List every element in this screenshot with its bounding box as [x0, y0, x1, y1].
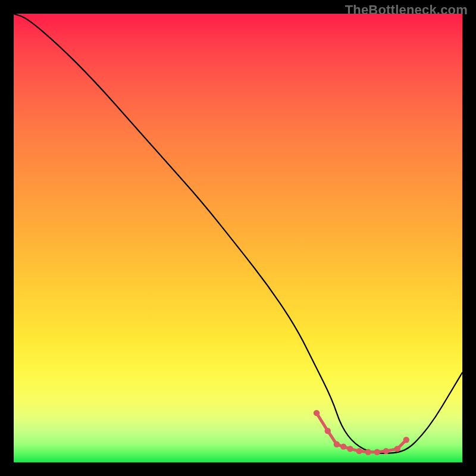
chart-plot-area: [14, 14, 462, 462]
svg-point-9: [394, 446, 400, 452]
svg-point-2: [334, 441, 340, 447]
svg-point-4: [347, 446, 353, 452]
svg-point-3: [340, 443, 346, 449]
chart-svg: [14, 14, 462, 462]
svg-point-7: [374, 449, 380, 455]
svg-point-8: [383, 448, 389, 454]
svg-point-6: [365, 449, 371, 455]
svg-point-0: [314, 410, 320, 416]
bottleneck-curve: [14, 14, 462, 453]
svg-point-10: [403, 437, 409, 443]
svg-point-1: [325, 428, 331, 434]
chart-frame: TheBottleneck.com: [0, 0, 476, 476]
svg-point-5: [356, 448, 362, 454]
